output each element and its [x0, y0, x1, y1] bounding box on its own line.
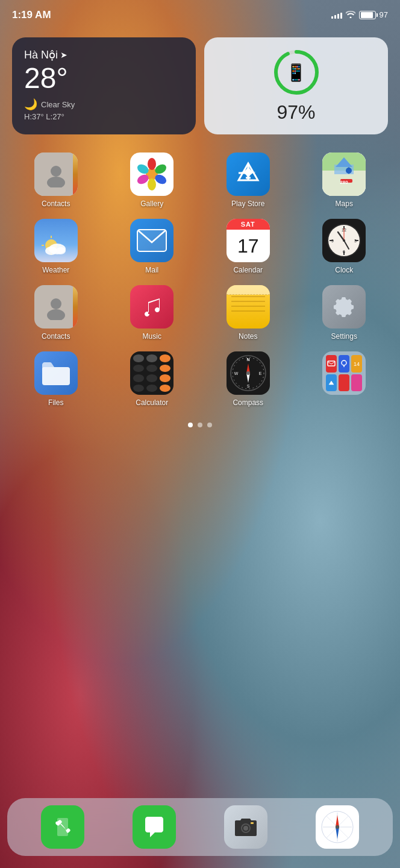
contacts-icon: [34, 153, 78, 196]
weather-moon-icon: 🌙: [24, 98, 37, 111]
clock-icon: 12 3 6 9: [322, 219, 366, 262]
svg-rect-64: [251, 822, 254, 824]
app-appstore[interactable]: ✦ Play Store: [203, 153, 293, 208]
app-compass[interactable]: N E S W Compass: [203, 351, 293, 407]
svg-point-73: [336, 825, 339, 829]
folder-icon: 14: [322, 351, 366, 395]
weather-icon: [34, 219, 78, 262]
contacts2-icon: [34, 285, 78, 329]
svg-point-45: [47, 309, 65, 320]
compass-icon: N E S W: [227, 351, 270, 395]
calendar-label: Calendar: [233, 266, 263, 274]
wifi-icon: [346, 10, 355, 20]
music-label: Music: [143, 332, 161, 341]
weather-widget[interactable]: Hà Nội ➤ 28° 🌙 Clear Sky H:37° L:27°: [12, 37, 196, 134]
svg-point-3: [47, 177, 65, 187]
dock-phone[interactable]: [41, 805, 84, 849]
weather-condition-row: 🌙 Clear Sky: [24, 98, 184, 111]
svg-point-26: [45, 247, 57, 255]
dock-safari[interactable]: [316, 805, 359, 849]
battery-widget[interactable]: 📱 97%: [204, 37, 388, 134]
appstore-label: Play Store: [231, 200, 264, 208]
app-gallery[interactable]: Gallery: [107, 153, 198, 208]
weather-label: Weather: [42, 266, 69, 274]
appstore-icon: ✦: [227, 153, 270, 196]
svg-text:280: 280: [340, 180, 349, 185]
svg-text:9: 9: [331, 239, 334, 243]
svg-text:N: N: [246, 357, 249, 362]
calendar-day-label: SAT: [227, 219, 270, 230]
weather-high-low: H:37° L:27°: [24, 112, 184, 121]
notes-label: Notes: [239, 332, 257, 341]
notes-icon: [227, 285, 270, 329]
app-settings[interactable]: Settings: [299, 285, 390, 341]
app-contacts2[interactable]: Contacts: [11, 285, 101, 341]
svg-rect-56: [328, 361, 335, 366]
svg-text:W: W: [234, 371, 238, 376]
settings-icon: [322, 285, 366, 329]
page-dot-3[interactable]: [207, 423, 212, 427]
weather-city: Hà Nội ➤: [24, 48, 184, 61]
compass-label: Compass: [233, 398, 263, 407]
phone-icon: 📱: [286, 63, 307, 83]
app-notes[interactable]: Notes: [203, 285, 293, 341]
app-files[interactable]: Files: [11, 351, 101, 407]
phone-icon: [41, 805, 84, 849]
contacts2-label: Contacts: [42, 332, 70, 341]
svg-marker-60: [329, 381, 334, 385]
music-icon: [130, 285, 173, 329]
files-icon: [34, 351, 78, 395]
page-dot-2[interactable]: [198, 423, 202, 427]
dock: [7, 798, 393, 856]
app-folder[interactable]: 14: [299, 351, 390, 407]
app-weather[interactable]: Weather: [11, 219, 101, 274]
page-dots: [0, 413, 400, 437]
signal-icon: [331, 11, 342, 19]
svg-point-5: [148, 158, 156, 170]
files-label: Files: [48, 398, 63, 407]
camera-icon: [224, 805, 267, 849]
svg-text:E: E: [258, 371, 261, 376]
status-time: 1:19 AM: [12, 9, 51, 21]
contacts-label: Contacts: [42, 200, 70, 208]
mail-icon: [130, 219, 173, 262]
app-calendar[interactable]: SAT 17 Calendar: [203, 219, 293, 274]
app-clock[interactable]: 12 3 6 9 Clock: [299, 219, 390, 274]
svg-point-2: [51, 166, 61, 177]
maps-label: Maps: [336, 200, 353, 208]
dock-messages[interactable]: [133, 805, 176, 849]
calendar-icon: SAT 17: [227, 219, 270, 262]
svg-rect-46: [42, 367, 70, 385]
svg-point-8: [148, 178, 156, 190]
svg-text:✦: ✦: [239, 160, 257, 185]
app-music[interactable]: Music: [107, 285, 198, 341]
svg-text:S: S: [246, 384, 249, 388]
svg-point-44: [51, 298, 61, 309]
calendar-date: 17: [227, 230, 270, 262]
gallery-label: Gallery: [140, 200, 163, 208]
weather-condition: Clear Sky: [41, 100, 75, 109]
app-contacts[interactable]: Contacts: [11, 153, 101, 208]
gallery-icon: [130, 153, 173, 196]
weather-temperature: 28°: [24, 64, 184, 93]
maps-icon: 280: [322, 153, 366, 196]
battery-percentage: 97%: [277, 101, 315, 124]
app-maps[interactable]: 280 Maps: [299, 153, 390, 208]
battery-icon: [359, 11, 376, 19]
safari-icon: [316, 805, 359, 849]
svg-point-63: [243, 826, 248, 831]
svg-text:3: 3: [354, 239, 357, 243]
page-dot-1[interactable]: [188, 423, 193, 427]
app-grid: Contacts Gallery: [0, 140, 400, 413]
mail-label: Mail: [145, 266, 158, 274]
messages-icon: [133, 805, 176, 849]
svg-point-43: [343, 239, 345, 242]
widgets-row: Hà Nội ➤ 28° 🌙 Clear Sky H:37° L:27° 📱 9…: [0, 31, 400, 140]
svg-point-27: [56, 247, 66, 254]
battery-ring: 📱: [272, 48, 320, 96]
svg-point-57: [342, 360, 346, 365]
app-mail[interactable]: Mail: [107, 219, 198, 274]
app-calculator[interactable]: Calculator: [107, 351, 198, 407]
dock-camera[interactable]: [224, 805, 267, 849]
svg-text:14: 14: [354, 361, 360, 367]
